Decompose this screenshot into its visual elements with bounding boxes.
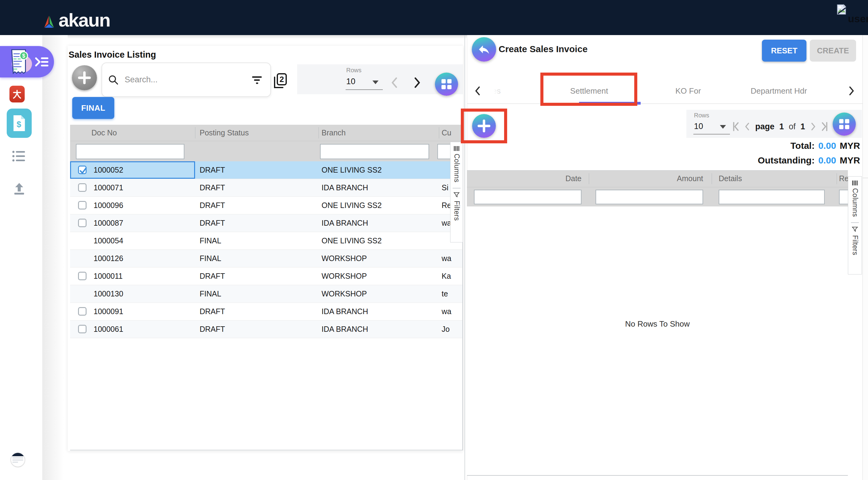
search-input[interactable]: [124, 66, 232, 94]
table-row[interactable]: 1000091 DRAFT IDA BRANCH wa: [70, 303, 462, 321]
next-page-icon[interactable]: [413, 77, 421, 88]
duplicate-view-icon[interactable]: 2: [273, 72, 287, 90]
filters-tool-tab[interactable]: Filters: [851, 235, 859, 255]
cell-branch: WORKSHOP: [321, 267, 367, 285]
cell-branch: ONE LIVING SS2: [321, 161, 381, 179]
column-settings-button[interactable]: [435, 72, 458, 96]
col-header-details[interactable]: Details: [719, 171, 742, 187]
listing-icon[interactable]: [12, 150, 26, 162]
col-header-branch[interactable]: Branch: [321, 125, 346, 141]
table-row[interactable]: 1000130 FINAL WORKSHOP te: [70, 285, 462, 303]
filter-input-doc-no[interactable]: [76, 144, 184, 159]
cell-doc-no: 1000071: [94, 179, 123, 197]
row-checkbox[interactable]: [78, 166, 87, 174]
cell-customer: Ka: [442, 267, 451, 285]
svg-text:$: $: [17, 120, 21, 129]
outstanding-value: 0.00: [818, 155, 836, 166]
tabs-fade-overlay: [483, 78, 513, 102]
upload-icon[interactable]: [13, 182, 26, 196]
final-filter-button[interactable]: FINAL: [72, 97, 114, 119]
cell-customer: te: [442, 285, 448, 302]
svg-text:2: 2: [279, 75, 284, 84]
col-header-customer[interactable]: Cu: [442, 125, 452, 141]
screenshot-thumbnail[interactable]: [11, 453, 25, 467]
row-checkbox[interactable]: [78, 272, 87, 280]
panel-divider: [464, 35, 465, 480]
col-header-doc-no[interactable]: Doc No: [91, 125, 117, 141]
rows-dropdown-caret-icon[interactable]: [372, 81, 378, 84]
filter-input-amount[interactable]: [595, 190, 703, 204]
first-page-icon[interactable]: [732, 121, 739, 132]
table-row[interactable]: 1000052 DRAFT ONE LIVING SS2: [70, 161, 462, 179]
row-checkbox[interactable]: [78, 201, 87, 210]
columns-tool-tab[interactable]: Columns: [851, 188, 859, 217]
selected-cell-outline: [70, 161, 195, 179]
app: akaun user $: [0, 0, 868, 480]
back-button[interactable]: [472, 37, 496, 62]
table-row[interactable]: 1000054 FINAL ONE LIVING SS2: [70, 232, 462, 250]
table-row[interactable]: 1000087 DRAFT IDA BRANCH wa: [70, 214, 462, 232]
cell-doc-no: 1000087: [94, 214, 123, 232]
vertical-scrollbar[interactable]: [863, 35, 868, 480]
row-checkbox[interactable]: [78, 325, 87, 333]
filter-input-date[interactable]: [474, 190, 582, 204]
cell-doc-no: 1000096: [94, 197, 123, 214]
create-button[interactable]: CREATE: [810, 40, 856, 62]
filters-tool-tab[interactable]: Filters: [453, 201, 461, 221]
table-row[interactable]: 1000011 DRAFT WORKSHOP Ka: [70, 267, 462, 285]
col-header-amount[interactable]: Amount: [642, 171, 703, 187]
add-invoice-button[interactable]: [72, 65, 97, 90]
filter-input-remarks[interactable]: [839, 190, 848, 204]
row-checkbox[interactable]: [78, 307, 87, 316]
last-page-icon[interactable]: [821, 121, 828, 132]
settlement-table: Date Amount Details Re No Rows To Show: [467, 170, 848, 476]
cell-doc-no: 1000130: [94, 285, 123, 302]
table-row[interactable]: 1000126 FINAL WORKSHOP wa: [70, 250, 462, 267]
table-header-row: Doc No Posting Status Branch Cu: [70, 125, 462, 141]
search-box: [101, 62, 271, 97]
cell-branch: WORKSHOP: [321, 285, 367, 302]
col-header-remarks[interactable]: Re: [839, 171, 848, 187]
filter-input-branch[interactable]: [320, 144, 429, 159]
settlement-rows-caret-icon[interactable]: [720, 125, 726, 129]
settlement-rows-label: Rows: [694, 112, 709, 119]
col-header-posting-status[interactable]: Posting Status: [199, 125, 249, 141]
user-avatar-alt-text[interactable]: user: [848, 13, 868, 25]
settlement-pager: page 1 of 1: [732, 120, 828, 133]
settlement-rows-value[interactable]: 10: [694, 122, 703, 131]
cell-posting-status: DRAFT: [199, 214, 225, 232]
page-title: Sales Invoice Listing: [69, 50, 156, 60]
prev-page-icon[interactable]: [391, 77, 398, 88]
active-module-sales-invoice[interactable]: $: [0, 46, 54, 78]
total-currency: MYR: [840, 141, 860, 151]
table-row[interactable]: 1000071 DRAFT IDA BRANCH Si: [70, 179, 462, 197]
tab-ko-for[interactable]: KO For: [675, 86, 701, 96]
row-checkbox[interactable]: [78, 219, 87, 227]
table-row[interactable]: 1000061 DRAFT IDA BRANCH Jo: [70, 321, 462, 338]
rows-per-page-label: Rows: [346, 67, 362, 74]
sidebar-item-dai-app[interactable]: [9, 86, 25, 102]
filter-input-details[interactable]: [719, 190, 825, 204]
tabs-scroll-left-icon[interactable]: [474, 86, 481, 96]
rows-per-page-value[interactable]: 10: [346, 77, 355, 86]
page-word: page: [755, 122, 774, 131]
settlement-column-settings-button[interactable]: [833, 113, 856, 136]
filter-list-icon[interactable]: [251, 75, 262, 85]
cell-customer: wa: [442, 303, 452, 320]
columns-tool-tab[interactable]: Columns: [453, 154, 461, 182]
row-checkbox[interactable]: [78, 183, 87, 192]
tabs-scroll-right-icon[interactable]: [848, 86, 855, 96]
document-dollar-icon: $: [12, 115, 26, 132]
broken-avatar-icon[interactable]: [836, 4, 847, 15]
col-header-date[interactable]: Date: [521, 171, 582, 187]
sidebar-item-billing[interactable]: $: [7, 109, 32, 138]
cell-doc-no: 1000054: [94, 232, 123, 249]
empty-table-message: No Rows To Show: [467, 319, 848, 329]
reset-button[interactable]: RESET: [762, 40, 806, 62]
sidebar-expand-icon[interactable]: [35, 56, 49, 68]
table-row[interactable]: 1000096 DRAFT ONE LIVING SS2 Re: [70, 197, 462, 214]
next-page-icon[interactable]: [810, 121, 816, 132]
tab-department-hdr[interactable]: Department Hdr: [751, 86, 807, 96]
prev-page-icon[interactable]: [744, 121, 750, 132]
cell-posting-status: DRAFT: [199, 197, 225, 214]
